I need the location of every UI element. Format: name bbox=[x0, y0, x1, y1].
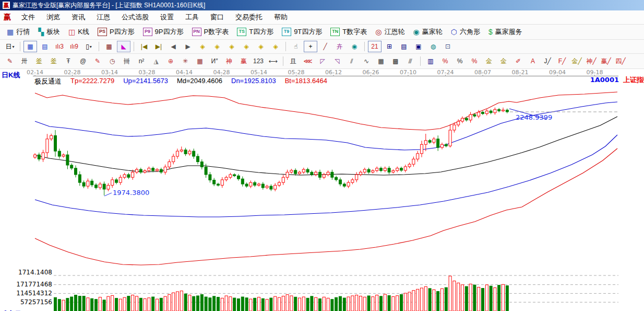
volume-bar bbox=[343, 298, 345, 311]
j-angle-icon[interactable]: J╱ bbox=[541, 55, 554, 67]
parallel-lines-icon[interactable]: ⫻ bbox=[403, 55, 417, 67]
shen-angle-icon[interactable]: 神╱ bbox=[585, 55, 598, 67]
width-measure-icon[interactable]: ⟷ bbox=[266, 55, 280, 67]
fan-box2-icon[interactable]: ◹ bbox=[330, 55, 344, 67]
bars-3-icon[interactable]: ılı3 bbox=[53, 41, 66, 52]
calendar-icon[interactable]: 21 bbox=[368, 41, 381, 52]
n2-icon[interactable]: n² bbox=[135, 55, 148, 67]
prev-bar-icon[interactable]: ◀ bbox=[166, 41, 180, 52]
menu-gann[interactable]: 江恩 bbox=[91, 13, 116, 22]
expand-all-diamond-icon[interactable]: ◈ bbox=[269, 41, 282, 52]
zoom-left-diamond-icon[interactable]: ◈ bbox=[196, 41, 209, 52]
toolbar-quotes[interactable]: ▦行情 bbox=[3, 26, 34, 38]
next-bar-icon[interactable]: ▶ bbox=[181, 41, 195, 52]
zigzag-icon[interactable]: ∿ bbox=[360, 55, 373, 67]
pattern-grid-icon[interactable]: ▦ bbox=[102, 41, 116, 52]
toolbar-kline[interactable]: ◫K线 bbox=[64, 26, 93, 38]
f-angle-icon[interactable]: F╱ bbox=[555, 55, 569, 67]
gann-frame-icon[interactable]: 卉 bbox=[333, 41, 347, 52]
ruler-123-icon[interactable]: 123 bbox=[252, 55, 265, 67]
toolbar-winner-wheel[interactable]: ◉赢家轮 bbox=[409, 26, 446, 38]
menu-file[interactable]: 文件 bbox=[16, 13, 41, 22]
toolbar-gann-wheel[interactable]: ◎江恩轮 bbox=[371, 26, 409, 38]
golden-lines-icon[interactable]: 金 bbox=[497, 55, 510, 67]
percent-retrace-icon[interactable]: % bbox=[438, 55, 452, 67]
toolbar-winner-service[interactable]: $赢家服务 bbox=[484, 26, 527, 38]
network-icon[interactable]: ◍ bbox=[426, 41, 440, 52]
grid-target-icon[interactable]: ▦ bbox=[193, 55, 207, 67]
expand-diamond-icon[interactable]: ◈ bbox=[254, 41, 268, 52]
toolbar-p-table[interactable]: PNP数字表 bbox=[188, 26, 233, 38]
ying-angle-icon[interactable]: 赢╱ bbox=[599, 55, 613, 67]
menu-browse[interactable]: 浏览 bbox=[41, 13, 66, 22]
measure-brush-icon[interactable]: ✎ bbox=[91, 55, 104, 67]
period-daily-selector[interactable]: 日▾ bbox=[3, 41, 17, 52]
candle-body bbox=[351, 180, 354, 182]
gold-angle-icon[interactable]: 金╱ bbox=[570, 55, 583, 67]
f-lines-icon[interactable]: Ŧ bbox=[62, 55, 75, 67]
notepad-icon[interactable]: ▤ bbox=[397, 41, 411, 52]
save-icon[interactable]: ▣ bbox=[412, 41, 425, 52]
four-angle-icon[interactable]: 四╱ bbox=[614, 55, 627, 67]
computer-icon[interactable]: ⊡ bbox=[441, 41, 455, 52]
menu-formula-stock-pick[interactable]: 公式选股 bbox=[116, 13, 154, 22]
wave-abc-icon[interactable]: A bbox=[526, 55, 540, 67]
gann-box-icon[interactable]: 且 bbox=[287, 55, 300, 67]
toolbar-sectors[interactable]: ▚板块 bbox=[34, 26, 64, 38]
trendline-tool-icon[interactable]: ╱ bbox=[318, 41, 332, 52]
square-grid2-icon[interactable]: ▩ bbox=[389, 55, 402, 67]
candle-style-selector[interactable]: ▯▾ bbox=[82, 41, 96, 52]
expand-horizontal-diamond-icon[interactable]: ◈ bbox=[225, 41, 238, 52]
gold-gann2-icon[interactable]: 釜 bbox=[47, 55, 61, 67]
menu-trade-order[interactable]: 交易委托 bbox=[230, 13, 268, 22]
golden-circle-icon[interactable]: 金 bbox=[482, 55, 496, 67]
toolbar-t-table[interactable]: TNT数字表 bbox=[326, 26, 371, 38]
bars-9-icon[interactable]: ılı9 bbox=[67, 41, 81, 52]
fan-box-icon[interactable]: ◸ bbox=[316, 55, 329, 67]
toolbar-kline-label: K线 bbox=[78, 27, 89, 37]
brush-icon[interactable]: ✎ bbox=[3, 55, 17, 67]
candle-body bbox=[290, 170, 293, 172]
percent-icon[interactable]: % bbox=[453, 55, 467, 67]
last-bar-icon[interactable]: ▶| bbox=[152, 41, 165, 52]
crosshair-icon[interactable]: + bbox=[304, 41, 317, 52]
info-list-icon[interactable]: ▤ bbox=[38, 41, 52, 52]
chart-window-icon[interactable]: ▦ bbox=[23, 41, 37, 52]
percent-line-icon[interactable]: % bbox=[468, 55, 481, 67]
toolbar-hexagon[interactable]: ⬡六角形 bbox=[447, 26, 484, 38]
ying-icon[interactable]: 赢 bbox=[237, 55, 251, 67]
menu-tools[interactable]: 工具 bbox=[180, 13, 205, 22]
fan-red-icon[interactable]: ⋘ bbox=[301, 55, 315, 67]
toolbar-9p-square[interactable]: P99P四方形 bbox=[139, 26, 188, 38]
square-grid-icon[interactable]: ▦ bbox=[374, 55, 388, 67]
price-note-icon[interactable]: ✐ bbox=[511, 55, 525, 67]
toolbar-p-square[interactable]: PSP四方形 bbox=[93, 26, 139, 38]
target-cross-icon[interactable]: ⊕ bbox=[164, 55, 177, 67]
menu-news[interactable]: 资讯 bbox=[66, 13, 91, 22]
menu-help[interactable]: 帮助 bbox=[268, 13, 293, 22]
toolbar-9t-square[interactable]: T99T四方形 bbox=[278, 26, 326, 38]
compress-diamond-icon[interactable]: ◈ bbox=[240, 41, 253, 52]
menu-settings[interactable]: 设置 bbox=[154, 13, 180, 22]
ruler-lines-icon[interactable]: 卌 bbox=[120, 55, 134, 67]
kline-chart-area[interactable]: 02-1402-2803-1403-2804-1404-2805-1405-28… bbox=[0, 69, 644, 311]
first-bar-icon[interactable]: |◀ bbox=[137, 41, 151, 52]
menu-window[interactable]: 窗口 bbox=[205, 13, 230, 22]
protractor-icon[interactable]: ◮ bbox=[149, 55, 163, 67]
hand-drag-icon[interactable]: ☝ bbox=[289, 41, 303, 52]
gold-gann-icon[interactable]: 釜 bbox=[32, 55, 46, 67]
kline-chart-canvas[interactable]: 02-1402-2803-1403-2804-1404-2805-1405-28… bbox=[0, 69, 644, 311]
starburst-icon[interactable]: ✳ bbox=[178, 55, 192, 67]
wave-cloud-icon[interactable]: ◉ bbox=[348, 41, 361, 52]
angle-lines-icon[interactable]: ⫽ bbox=[345, 55, 359, 67]
shen-icon[interactable]: 神 bbox=[222, 55, 236, 67]
stats-panel-icon[interactable]: ▥ bbox=[424, 55, 437, 67]
grid-lines-icon[interactable]: 卅 bbox=[18, 55, 31, 67]
calculator-icon[interactable]: ⊞ bbox=[383, 41, 396, 52]
zoom-right-diamond-icon[interactable]: ◈ bbox=[210, 41, 224, 52]
volume-profile-icon[interactable]: ◣ bbox=[117, 41, 130, 52]
cycle-circle-icon[interactable]: ◷ bbox=[105, 55, 119, 67]
tick-marks-icon[interactable]: И″ bbox=[208, 55, 221, 67]
toolbar-t-square[interactable]: TST四方形 bbox=[233, 26, 278, 38]
spiral-icon[interactable]: @ bbox=[76, 55, 90, 67]
